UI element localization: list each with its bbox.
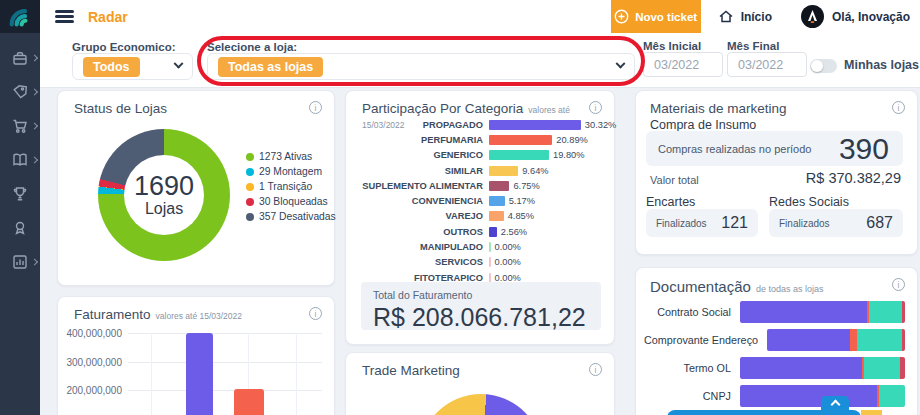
valor-total-label: Valor total	[650, 174, 699, 186]
bar-segment-segment_purple	[740, 357, 862, 379]
documentacao-row: Comprovante Endereço	[644, 329, 905, 351]
category-bar-row: PERFUMARIA20.89%	[356, 132, 606, 147]
page-title: Radar	[88, 9, 128, 25]
menu-toggle-button[interactable]	[55, 8, 74, 26]
compra-insumo-label: Compra de Insumo	[650, 118, 756, 132]
compras-realizadas-label: Compras realizadas no período	[658, 143, 811, 155]
legend-item: 1 Transição	[246, 179, 336, 194]
category-label: SUPLEMENTO ALIMENTAR	[356, 181, 489, 191]
sidebar-item-medal[interactable]	[0, 211, 40, 245]
status-de-lojas-card: Status de Lojas 1690 Lojas 1273 Ativas29…	[57, 90, 335, 286]
category-bar-row: VAREJO4.85%	[356, 209, 606, 224]
legend-label: 30 Bloqueadas	[259, 196, 328, 207]
sidebar-item-trophy[interactable]	[0, 177, 40, 211]
user-menu[interactable]: Olá, Inovação	[789, 0, 920, 33]
plus-circle-icon	[614, 9, 629, 24]
category-bar-row: MANIPULADO0.00%	[356, 239, 606, 254]
app: Radar Novo ticket Início Olá, Inovação G…	[0, 0, 920, 415]
documentacao-label: Termo OL	[644, 362, 740, 374]
info-icon[interactable]	[589, 363, 602, 376]
mes-final-input[interactable]: 03/2022	[727, 52, 807, 77]
documentacao-label: CNPJ	[644, 390, 740, 402]
sidebar-item-book[interactable]	[0, 143, 40, 177]
app-logo[interactable]	[0, 0, 40, 33]
encartes-finalizados-value: 121	[721, 214, 748, 232]
documentacao-label: Contrato Social	[644, 306, 740, 318]
bar-segment-segment_teal	[857, 329, 903, 351]
category-label: VAREJO	[356, 211, 489, 221]
category-label: MANIPULADO	[356, 242, 489, 252]
loja-value-badge: Todas as lojas	[218, 57, 323, 77]
loja-select[interactable]: Todas as lojas	[207, 53, 635, 80]
faturamento-bar	[186, 333, 213, 415]
sidebar-item-tag[interactable]	[0, 75, 40, 109]
category-bar	[489, 150, 549, 160]
grupo-economico-select[interactable]: Todos	[72, 53, 193, 80]
bar-segment-segment_purple	[740, 385, 877, 407]
faturamento-card: Faturamentovalores até 15/03/2022 400,00…	[57, 296, 335, 415]
category-bar	[489, 166, 518, 176]
legend-item: 29 Montagem	[246, 164, 336, 179]
info-icon[interactable]	[589, 101, 602, 114]
encartes-label: Encartes	[646, 195, 695, 209]
sidebar-item-cart[interactable]	[0, 109, 40, 143]
category-bar	[489, 242, 491, 252]
category-value: 20.89%	[556, 135, 588, 145]
chevron-down-icon	[616, 59, 626, 69]
category-bar	[489, 211, 504, 221]
minhas-lojas-toggle[interactable]	[810, 59, 837, 73]
trophy-icon	[11, 185, 29, 203]
bar-segment-segment_red	[902, 301, 905, 323]
participacao-categoria-card: Participação Por Categoriavalores até 15…	[345, 90, 615, 345]
info-icon[interactable]	[892, 278, 905, 291]
sidebar-item-briefcase[interactable]	[0, 41, 40, 75]
bar-segment-segment_teal	[864, 357, 900, 379]
info-icon[interactable]	[892, 101, 905, 114]
bar-segment-segment_teal	[879, 385, 905, 407]
info-icon[interactable]	[309, 307, 322, 320]
finalizados-label: Finalizados	[779, 218, 830, 229]
loja-label: Selecione a loja:	[207, 41, 297, 53]
materiais-marketing-card: Materiais de marketing Compra de Insumo …	[635, 90, 918, 255]
mes-inicial-input[interactable]: 03/2022	[643, 52, 723, 77]
bar-segment-segment_purple	[767, 329, 850, 351]
chevron-right-icon	[31, 122, 38, 129]
inicio-button[interactable]: Início	[701, 0, 789, 33]
avatar	[801, 5, 824, 28]
sidebar	[0, 0, 40, 415]
card-subtitle: de todas as lojas	[756, 284, 824, 294]
bar-chart-icon	[11, 253, 29, 271]
home-icon	[718, 9, 734, 24]
documentacao-stacked-bar	[740, 301, 905, 323]
category-bar-row: SERVICOS0.00%	[356, 255, 606, 270]
partial-bar-fragment	[861, 410, 882, 415]
donut-center-label: Lojas	[145, 200, 183, 218]
status-donut-chart: 1690 Lojas	[98, 129, 230, 261]
y-axis-tick-label: 300,000,000	[66, 357, 122, 368]
category-bar-row: PROPAGADO30.32%	[356, 117, 606, 132]
legend-label: 29 Montagem	[259, 166, 322, 177]
novo-ticket-button[interactable]: Novo ticket	[611, 0, 701, 33]
category-value: 30.32%	[585, 120, 617, 130]
donut-center-value: 1690	[134, 173, 194, 200]
documentacao-label: Comprovante Endereço	[644, 334, 767, 346]
chevron-right-icon	[31, 156, 38, 163]
faturamento-bar	[234, 389, 264, 415]
category-bar-row: OUTROS2.56%	[356, 224, 606, 239]
info-icon[interactable]	[309, 101, 322, 114]
chevron-up-icon	[830, 400, 840, 410]
category-bar-row: GENERICO19.80%	[356, 148, 606, 163]
legend-label: 1 Transição	[259, 181, 312, 192]
card-title: Status de Lojas	[74, 101, 167, 116]
trade-marketing-pie-chart	[419, 394, 543, 415]
documentacao-card: Documentaçãode todas as lojas Contrato S…	[635, 267, 918, 415]
category-value: 4.85%	[508, 211, 534, 221]
collapse-banner-button[interactable]	[821, 396, 849, 410]
sidebar-item-bar-chart[interactable]	[0, 245, 40, 279]
tag-icon	[11, 83, 29, 101]
redes-finalizados-value: 687	[866, 214, 893, 232]
category-bar	[489, 257, 491, 267]
legend-label: 1273 Ativas	[259, 151, 312, 162]
bar-segment-segment_teal	[869, 301, 902, 323]
category-label: OUTROS	[356, 227, 489, 237]
